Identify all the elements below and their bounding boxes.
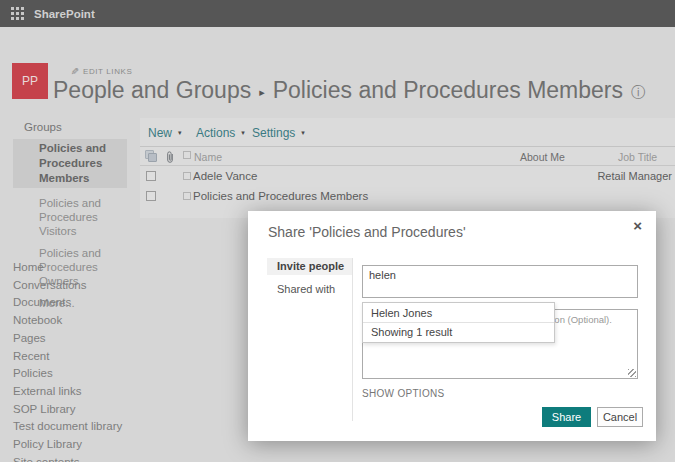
dialog-divider: [352, 258, 353, 421]
table-row: Adele Vance Retail Manager: [140, 166, 675, 186]
sidebar-groups-heading: Groups: [24, 121, 62, 133]
sidebar-item-policies[interactable]: Policies: [13, 365, 133, 383]
actions-menu-label: Actions: [196, 126, 235, 140]
site-logo: PP: [12, 63, 48, 99]
info-icon[interactable]: ⓘ: [631, 80, 645, 102]
breadcrumb-parent-link[interactable]: People and Groups: [53, 77, 251, 104]
page-title: Policies and Procedures Members: [273, 77, 623, 104]
sidebar-item-documents[interactable]: Documents: [13, 294, 133, 312]
dialog-title: Share 'Policies and Procedures': [268, 224, 466, 240]
table-row: Policies and Procedures Members: [140, 186, 675, 206]
item-type-icon: [145, 150, 159, 164]
new-menu[interactable]: New▾: [148, 126, 182, 140]
sidebar-item-conversations[interactable]: Conversations: [13, 277, 133, 295]
edit-links-label: EDIT LINKS: [83, 67, 132, 76]
app-name: SharePoint: [34, 8, 95, 20]
chevron-down-icon: ▾: [241, 129, 245, 136]
close-icon[interactable]: ×: [633, 217, 642, 234]
pencil-icon: ✎: [70, 66, 79, 77]
sidebar-item-policies-visitors[interactable]: Policies and Procedures Visitors: [39, 196, 125, 238]
sidebar-item-policies-members[interactable]: Policies and Procedures Members: [13, 139, 127, 188]
people-list: New▾ Actions▾ Settings▾ Name About Me Jo…: [140, 118, 675, 218]
list-toolbar: New▾ Actions▾ Settings▾: [140, 118, 675, 147]
person-name-link[interactable]: Adele Vance: [193, 170, 257, 182]
tab-label: Invite people: [277, 260, 344, 272]
column-header-name[interactable]: Name: [194, 151, 222, 163]
chevron-down-icon: ▾: [301, 129, 305, 136]
tab-shared-with[interactable]: Shared with: [277, 283, 335, 295]
column-header-job-title[interactable]: Job Title: [618, 151, 657, 163]
person-name-link[interactable]: Policies and Procedures Members: [193, 190, 368, 202]
job-title-cell: Retail Manager: [597, 170, 672, 182]
suggestion-helen-jones[interactable]: Helen Jones: [363, 303, 554, 323]
sidebar-item-sop-library[interactable]: SOP Library: [13, 401, 133, 419]
settings-menu-label: Settings: [252, 126, 295, 140]
share-button[interactable]: Share: [542, 407, 591, 427]
cancel-button[interactable]: Cancel: [597, 407, 643, 427]
breadcrumb: People and Groups ▸ Policies and Procedu…: [53, 77, 645, 104]
actions-menu[interactable]: Actions▾: [196, 126, 245, 140]
show-options-link[interactable]: SHOW OPTIONS: [362, 388, 445, 399]
invite-people-input[interactable]: [362, 265, 638, 298]
sidebar-item-notebook[interactable]: Notebook: [13, 312, 133, 330]
chevron-down-icon: ▾: [178, 129, 182, 136]
app-launcher-icon[interactable]: [11, 7, 24, 20]
sidebar-nav: Home Conversations Documents Notebook Pa…: [13, 259, 133, 462]
select-all-checkbox[interactable]: [183, 151, 191, 159]
resize-grip[interactable]: [628, 369, 636, 377]
table-header-row: Name About Me Job Title: [140, 147, 675, 166]
column-header-about-me[interactable]: About Me: [520, 151, 565, 163]
people-picker-suggestions: Helen Jones Showing 1 result: [362, 302, 555, 343]
sidebar-item-test-document-library[interactable]: Test document library: [13, 418, 133, 436]
sidebar-item-policy-library[interactable]: Policy Library: [13, 436, 133, 454]
new-menu-label: New: [148, 126, 172, 140]
sidebar-item-home[interactable]: Home: [13, 259, 133, 277]
suggestion-result-count: Showing 1 result: [363, 323, 554, 342]
row-checkbox[interactable]: [146, 171, 156, 181]
edit-links-button[interactable]: ✎ EDIT LINKS: [70, 66, 132, 77]
row-presence-checkbox[interactable]: [183, 192, 191, 200]
breadcrumb-separator-icon: ▸: [259, 82, 265, 99]
site-logo-text: PP: [22, 74, 38, 88]
sidebar-item-recent[interactable]: Recent: [13, 348, 133, 366]
suite-bar: SharePoint: [0, 0, 675, 27]
row-presence-checkbox[interactable]: [183, 172, 191, 180]
settings-menu[interactable]: Settings▾: [252, 126, 305, 140]
tab-invite-people[interactable]: Invite people: [267, 258, 352, 275]
sidebar-item-external-links[interactable]: External links: [13, 383, 133, 401]
sidebar-item-site-contents[interactable]: Site contents: [13, 454, 133, 462]
row-checkbox[interactable]: [146, 191, 156, 201]
share-dialog: Share 'Policies and Procedures' × Invite…: [248, 211, 656, 441]
sidebar-item-label: Policies and Procedures Members: [39, 141, 123, 186]
sidebar-item-pages[interactable]: Pages: [13, 330, 133, 348]
